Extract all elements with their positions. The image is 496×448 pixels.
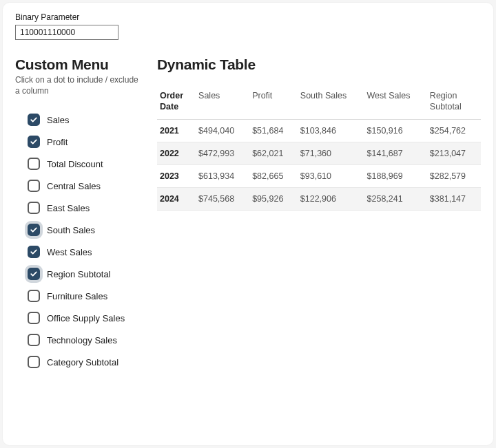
table-row: 2022$472,993$62,021$71,360$141,687$213,0… xyxy=(157,142,481,165)
column-toggle-row[interactable]: Technology Sales xyxy=(15,329,141,351)
column-toggle-label: East Sales xyxy=(47,203,90,213)
custom-menu-title: Custom Menu xyxy=(15,56,141,73)
row-header-cell: 2022 xyxy=(157,142,196,165)
custom-menu-subtitle: Click on a dot to include / exclude a co… xyxy=(15,74,141,96)
table-row: 2023$613,934$82,665$93,610$188,969$282,5… xyxy=(157,165,481,188)
column-toggle-row[interactable]: East Sales xyxy=(15,197,141,219)
checkbox-unchecked-icon[interactable] xyxy=(28,334,40,346)
checkbox-checked-icon[interactable] xyxy=(28,114,40,126)
column-checkbox-list: SalesProfitTotal DiscountCentral SalesEa… xyxy=(15,109,141,373)
parameter-label: Binary Parameter xyxy=(15,12,481,22)
checkbox-checked-icon[interactable] xyxy=(28,224,40,236)
column-toggle-label: Category Subtotal xyxy=(47,357,118,367)
column-header: West Sales xyxy=(364,85,427,120)
row-header-cell: 2023 xyxy=(157,165,196,188)
table-row: 2021$494,040$51,684$103,846$150,916$254,… xyxy=(157,120,481,142)
checkbox-unchecked-icon[interactable] xyxy=(28,202,40,214)
checkbox-unchecked-icon[interactable] xyxy=(28,356,40,368)
table-row: 2024$745,568$95,926$122,906$258,241$381,… xyxy=(157,188,481,211)
data-cell: $213,047 xyxy=(427,142,481,165)
column-header: Sales xyxy=(196,85,249,120)
data-cell: $95,926 xyxy=(249,188,298,211)
data-cell: $51,684 xyxy=(249,120,298,142)
data-cell: $122,906 xyxy=(298,188,364,211)
column-toggle-label: Central Sales xyxy=(47,181,101,191)
column-toggle-label: Technology Sales xyxy=(47,335,117,345)
dynamic-table: OrderDateSalesProfitSouth SalesWest Sale… xyxy=(157,85,481,211)
column-header: Profit xyxy=(249,85,298,120)
checkbox-checked-icon[interactable] xyxy=(28,268,40,280)
row-header-cell: 2021 xyxy=(157,120,196,142)
data-cell: $82,665 xyxy=(249,165,298,188)
column-toggle-row[interactable]: West Sales xyxy=(15,241,141,263)
checkbox-unchecked-icon[interactable] xyxy=(28,290,40,302)
column-toggle-row[interactable]: Central Sales xyxy=(15,175,141,197)
checkbox-checked-icon[interactable] xyxy=(28,246,40,258)
data-cell: $381,147 xyxy=(427,188,481,211)
column-toggle-row[interactable]: Furniture Sales xyxy=(15,285,141,307)
column-toggle-row[interactable]: Total Discount xyxy=(15,153,141,175)
data-cell: $282,579 xyxy=(427,165,481,188)
column-toggle-row[interactable]: South Sales xyxy=(15,219,141,241)
column-toggle-row[interactable]: Sales xyxy=(15,109,141,131)
data-cell: $71,360 xyxy=(298,142,364,165)
data-cell: $93,610 xyxy=(298,165,364,188)
column-toggle-label: Office Supply Sales xyxy=(47,313,125,323)
checkbox-checked-icon[interactable] xyxy=(28,136,40,148)
data-cell: $472,993 xyxy=(196,142,249,165)
column-toggle-row[interactable]: Office Supply Sales xyxy=(15,307,141,329)
column-toggle-label: West Sales xyxy=(47,247,92,257)
data-cell: $62,021 xyxy=(249,142,298,165)
data-cell: $494,040 xyxy=(196,120,249,142)
dynamic-table-panel: Dynamic Table OrderDateSalesProfitSouth … xyxy=(157,56,481,373)
column-toggle-label: Furniture Sales xyxy=(47,291,107,301)
data-cell: $150,916 xyxy=(364,120,427,142)
custom-menu-panel: Custom Menu Click on a dot to include / … xyxy=(15,56,141,373)
column-header: South Sales xyxy=(298,85,364,120)
dashboard-card: Binary Parameter Custom Menu Click on a … xyxy=(3,3,493,445)
data-cell: $258,241 xyxy=(364,188,427,211)
dynamic-table-title: Dynamic Table xyxy=(157,56,481,73)
data-cell: $254,762 xyxy=(427,120,481,142)
table-header-row: OrderDateSalesProfitSouth SalesWest Sale… xyxy=(157,85,481,120)
column-toggle-row[interactable]: Region Subtotal xyxy=(15,263,141,285)
column-toggle-label: Profit xyxy=(47,137,68,147)
binary-parameter-input[interactable] xyxy=(15,25,118,40)
checkbox-unchecked-icon[interactable] xyxy=(28,312,40,324)
column-header: RegionSubtotal xyxy=(427,85,481,120)
column-toggle-row[interactable]: Profit xyxy=(15,131,141,153)
data-cell: $188,969 xyxy=(364,165,427,188)
column-toggle-label: South Sales xyxy=(47,225,95,235)
row-header-cell: 2024 xyxy=(157,188,196,211)
data-cell: $745,568 xyxy=(196,188,249,211)
data-cell: $613,934 xyxy=(196,165,249,188)
data-cell: $141,687 xyxy=(364,142,427,165)
checkbox-unchecked-icon[interactable] xyxy=(28,180,40,192)
checkbox-unchecked-icon[interactable] xyxy=(28,158,40,170)
data-cell: $103,846 xyxy=(298,120,364,142)
column-toggle-label: Region Subtotal xyxy=(47,269,111,279)
column-header: OrderDate xyxy=(157,85,196,120)
column-toggle-label: Total Discount xyxy=(47,159,103,169)
column-toggle-row[interactable]: Category Subtotal xyxy=(15,351,141,373)
column-toggle-label: Sales xyxy=(47,115,70,125)
